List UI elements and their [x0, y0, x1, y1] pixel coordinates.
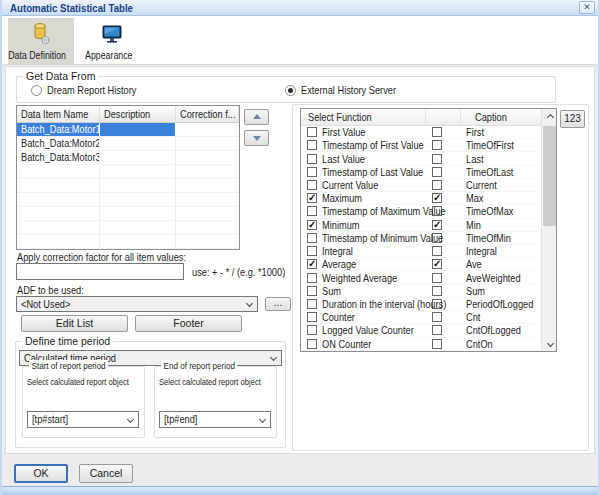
- close-icon[interactable]: ✕: [579, 1, 595, 14]
- function-row[interactable]: Timestamp of Last ValueTimeOfLast: [301, 166, 542, 179]
- table-row[interactable]: [17, 165, 239, 179]
- column-header[interactable]: Caption: [461, 109, 542, 125]
- function-list-scrollbar[interactable]: [541, 109, 556, 351]
- caption-checkbox[interactable]: [432, 286, 442, 296]
- caption-checkbox[interactable]: [432, 154, 442, 164]
- function-checkbox[interactable]: [307, 140, 317, 150]
- function-row[interactable]: SumSum: [301, 285, 542, 298]
- function-list[interactable]: Select Function Caption First ValueFirst…: [300, 108, 557, 352]
- function-row[interactable]: ✓Maximum✓Max: [301, 192, 542, 205]
- caption-checkbox[interactable]: [432, 312, 442, 322]
- caption-cell: Sum: [461, 285, 542, 297]
- caption-cell: CntOn: [461, 338, 542, 350]
- data-items-table[interactable]: Data Item Name Description Correction f.…: [16, 105, 240, 250]
- function-checkbox[interactable]: [307, 339, 317, 349]
- column-header[interactable]: Correction f...: [176, 106, 239, 122]
- adf-dropdown[interactable]: <Not Used>: [16, 296, 258, 312]
- numeric-format-button[interactable]: 123: [560, 110, 585, 128]
- column-header[interactable]: [426, 109, 461, 125]
- caption-checkbox[interactable]: [432, 140, 442, 150]
- function-checkbox[interactable]: [307, 180, 317, 190]
- function-row[interactable]: First ValueFirst: [301, 126, 542, 139]
- edit-list-button[interactable]: Edit List: [21, 315, 128, 332]
- footer-button[interactable]: Footer: [135, 315, 242, 332]
- function-checkbox[interactable]: [307, 325, 317, 335]
- arrow-up-icon: [253, 114, 261, 119]
- tab-data-definition[interactable]: Data Definition: [8, 18, 74, 64]
- table-row[interactable]: [17, 207, 239, 221]
- function-row[interactable]: Timestamp of First ValueTimeOfFirst: [301, 139, 542, 152]
- table-row[interactable]: Batch_Data:Motor2: [17, 137, 239, 151]
- table-cell: [100, 123, 175, 136]
- adf-browse-button[interactable]: ...: [265, 297, 291, 311]
- scroll-down-icon[interactable]: [542, 336, 557, 351]
- function-checkbox[interactable]: [307, 299, 317, 309]
- function-row[interactable]: ✓Average✓Ave: [301, 258, 542, 271]
- table-cell: [176, 151, 239, 164]
- function-row[interactable]: Weighted AverageAveWeighted: [301, 271, 542, 284]
- radio-dream-report-history[interactable]: Dream Report History: [31, 84, 149, 96]
- ok-button[interactable]: OK: [14, 464, 68, 483]
- function-checkbox[interactable]: [307, 312, 317, 322]
- caption-checkbox[interactable]: [432, 339, 442, 349]
- caption-checkbox[interactable]: [432, 246, 442, 256]
- function-checkbox[interactable]: [307, 246, 317, 256]
- function-checkbox[interactable]: [307, 286, 317, 296]
- function-row[interactable]: Timestamp of Maximum ValueTimeOfMax: [301, 205, 542, 218]
- radio-external-history-server[interactable]: External History Server: [285, 84, 409, 96]
- start-period-dropdown[interactable]: [tp#start]: [27, 411, 139, 428]
- column-header[interactable]: Select Function: [301, 109, 426, 125]
- function-row[interactable]: Current ValueCurrent: [301, 179, 542, 192]
- table-row[interactable]: [17, 235, 239, 249]
- function-checkbox[interactable]: ✓: [307, 259, 317, 269]
- function-row[interactable]: IntegralIntegral: [301, 245, 542, 258]
- scrollbar-thumb[interactable]: [543, 126, 556, 226]
- caption-checkbox-cell: [426, 154, 461, 164]
- function-row[interactable]: ✓Minimum✓Min: [301, 219, 542, 232]
- end-period-dropdown[interactable]: [tp#end]: [159, 411, 271, 428]
- column-header[interactable]: Data Item Name: [17, 106, 100, 122]
- move-down-button[interactable]: [244, 130, 269, 146]
- tab-appearance[interactable]: Appearance: [80, 18, 144, 64]
- caption-checkbox[interactable]: [432, 273, 442, 283]
- function-checkbox[interactable]: [307, 127, 317, 137]
- table-row[interactable]: [17, 221, 239, 235]
- function-row[interactable]: Logged Value CounterCntOfLogged: [301, 324, 542, 337]
- function-checkbox[interactable]: ✓: [307, 220, 317, 230]
- table-row[interactable]: Batch_Data:Motor3: [17, 151, 239, 165]
- table-row[interactable]: Batch_Data:Motor1: [17, 123, 239, 137]
- table-row[interactable]: [17, 193, 239, 207]
- function-label: Average: [322, 258, 356, 270]
- function-checkbox[interactable]: [307, 154, 317, 164]
- function-row[interactable]: Duration in the interval (hours)PeriodOf…: [301, 298, 542, 311]
- function-checkbox[interactable]: [307, 206, 317, 216]
- function-checkbox[interactable]: [307, 273, 317, 283]
- caption-checkbox[interactable]: [432, 127, 442, 137]
- title-bar[interactable]: Automatic Statistical Table ✕: [2, 0, 598, 16]
- caption-checkbox[interactable]: [432, 180, 442, 190]
- function-checkbox[interactable]: ✓: [307, 193, 317, 203]
- cancel-button[interactable]: Cancel: [79, 464, 133, 483]
- function-row[interactable]: ON CounterCntOn: [301, 338, 542, 351]
- function-row[interactable]: Last ValueLast: [301, 152, 542, 165]
- scroll-up-icon[interactable]: [542, 109, 557, 124]
- function-row[interactable]: Timestamp of Minimum ValueTimeOfMin: [301, 232, 542, 245]
- function-checkbox[interactable]: [307, 167, 317, 177]
- function-checkbox[interactable]: [307, 233, 317, 243]
- table-row[interactable]: [17, 179, 239, 193]
- caption-checkbox[interactable]: ✓: [432, 193, 442, 203]
- move-up-button[interactable]: [244, 109, 269, 125]
- caption-checkbox[interactable]: [432, 167, 442, 177]
- column-header[interactable]: Description: [100, 106, 175, 122]
- function-row[interactable]: CounterCnt: [301, 311, 542, 324]
- caption-checkbox[interactable]: ✓: [432, 259, 442, 269]
- radio-label: External History Server: [301, 84, 396, 96]
- caption-checkbox[interactable]: [432, 325, 442, 335]
- correction-input[interactable]: [16, 263, 184, 280]
- function-label: Timestamp of First Value: [322, 139, 424, 151]
- caption-label: TimeOfMax: [466, 205, 513, 217]
- function-label: Duration in the interval (hours): [322, 298, 446, 310]
- radio-icon[interactable]: [31, 85, 42, 96]
- caption-checkbox[interactable]: ✓: [432, 220, 442, 230]
- radio-icon[interactable]: [285, 85, 296, 96]
